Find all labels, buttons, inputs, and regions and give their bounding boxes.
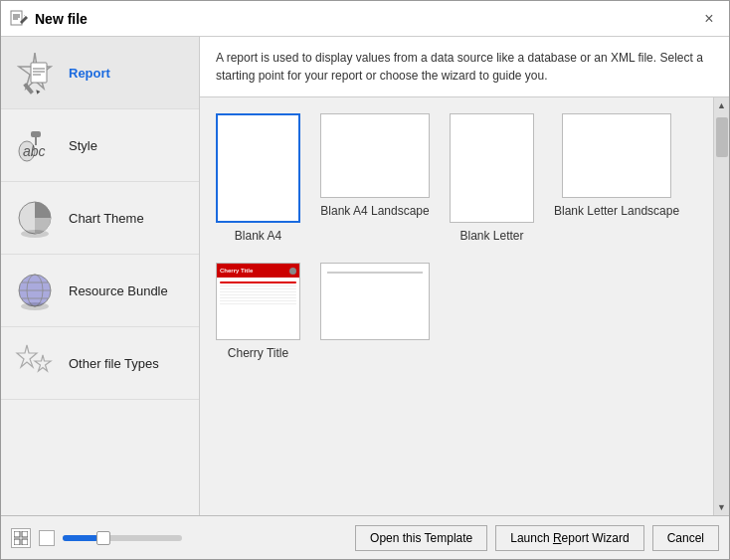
svg-rect-15 (31, 131, 41, 137)
template-thumb-second-landscape (320, 263, 430, 340)
template-thumb-blank-letter-landscape (562, 113, 671, 198)
cherry-title-text: Cherry Title (220, 268, 253, 274)
title-bar-left: New file (9, 9, 88, 29)
footer-checkbox[interactable] (39, 530, 55, 546)
template-blank-a4[interactable]: Blank A4 (216, 113, 300, 243)
sidebar-label-resource-bundle: Resource Bundle (69, 283, 168, 298)
scroll-down-arrow[interactable]: ▼ (714, 499, 730, 515)
svg-rect-0 (11, 11, 22, 25)
cherry-line-3 (220, 288, 296, 289)
svg-rect-7 (31, 63, 47, 83)
footer-slider[interactable] (63, 535, 182, 541)
cancel-button[interactable]: Cancel (652, 525, 719, 551)
template-thumb-blank-letter (450, 113, 534, 223)
title-bar: New file × (1, 1, 729, 37)
sidebar-item-chart-theme[interactable]: Chart Theme (1, 182, 199, 255)
cherry-header: Cherry Title (217, 264, 299, 278)
sidebar-label-style: Style (69, 138, 97, 153)
template-second-landscape[interactable] (320, 263, 430, 360)
footer-bar: Open this Template Launch Report Wizard … (1, 515, 729, 559)
sidebar-item-other-file-types[interactable]: Other file Types (1, 327, 199, 400)
svg-marker-26 (35, 355, 51, 371)
cherry-line-1 (220, 281, 296, 283)
footer-slider-fill (63, 535, 98, 541)
dialog-title: New file (35, 11, 88, 27)
resource-bundle-icon (11, 267, 59, 314)
scroll-up-arrow[interactable]: ▲ (714, 97, 730, 113)
content-area: Report abc Style (1, 37, 729, 515)
sidebar-label-other-file-types: Other file Types (69, 356, 159, 371)
cherry-line-8 (220, 303, 296, 304)
footer-grid-icon (11, 528, 31, 548)
svg-rect-27 (14, 531, 20, 537)
svg-text:abc: abc (23, 143, 46, 159)
launch-wizard-button[interactable]: Launch Report Wizard (495, 525, 643, 551)
template-label-cherry: Cherry Title (228, 346, 288, 360)
sidebar-label-chart-theme: Chart Theme (69, 211, 144, 226)
svg-rect-29 (14, 539, 20, 545)
cherry-lines (217, 278, 299, 308)
template-thumb-blank-a4-landscape (320, 113, 430, 198)
cherry-line-6 (220, 297, 296, 298)
template-blank-letter[interactable]: Blank Letter (450, 113, 534, 243)
svg-point-18 (21, 230, 49, 238)
cherry-line-2 (220, 285, 296, 286)
cherry-line-4 (220, 291, 296, 292)
other-file-types-icon (11, 339, 59, 387)
svg-rect-28 (22, 531, 28, 537)
sidebar-item-resource-bundle[interactable]: Resource Bundle (1, 255, 199, 327)
style-icon: abc (11, 121, 59, 169)
new-file-dialog: New file × (0, 0, 730, 560)
landscape-preview-line (327, 272, 423, 274)
svg-point-24 (21, 302, 49, 310)
template-thumb-cherry: Cherry Title (216, 263, 300, 340)
template-cherry[interactable]: Cherry Title (216, 263, 300, 360)
template-thumb-blank-a4 (216, 113, 300, 223)
cherry-close-dot (289, 268, 296, 275)
chart-theme-icon (11, 194, 59, 242)
cherry-line-7 (220, 300, 296, 301)
footer-slider-thumb[interactable] (96, 531, 110, 545)
open-template-button[interactable]: Open this Template (355, 525, 487, 551)
report-icon (11, 49, 59, 96)
main-area: A report is used to display values from … (200, 37, 729, 515)
cherry-line-5 (220, 294, 296, 295)
template-label-blank-a4: Blank A4 (235, 229, 281, 243)
sidebar-item-style[interactable]: abc Style (1, 109, 199, 182)
sidebar-label-report: Report (69, 66, 110, 81)
scroll-thumb[interactable] (716, 117, 728, 157)
sidebar: Report abc Style (1, 37, 200, 515)
template-label-blank-a4-landscape: Blank A4 Landscape (320, 204, 429, 218)
svg-marker-12 (35, 89, 41, 94)
svg-rect-11 (23, 83, 34, 94)
svg-rect-30 (22, 539, 28, 545)
dialog-icon (9, 9, 29, 29)
launch-wizard-label: Launch Report Wizard (510, 531, 629, 545)
sidebar-item-report[interactable]: Report (1, 37, 199, 109)
template-blank-a4-landscape[interactable]: Blank A4 Landscape (320, 113, 430, 243)
template-label-blank-letter-landscape: Blank Letter Landscape (554, 204, 679, 218)
template-label-blank-letter: Blank Letter (459, 229, 523, 243)
svg-marker-25 (17, 345, 37, 367)
template-blank-letter-landscape[interactable]: Blank Letter Landscape (554, 113, 679, 243)
close-button[interactable]: × (697, 7, 721, 31)
templates-area: Blank A4 Blank A4 Landscape Blank Letter (200, 97, 713, 515)
description-text: A report is used to display values from … (216, 51, 703, 83)
scrollbar[interactable]: ▲ ▼ (713, 97, 729, 515)
svg-line-5 (24, 15, 26, 17)
description-bar: A report is used to display values from … (200, 37, 729, 97)
